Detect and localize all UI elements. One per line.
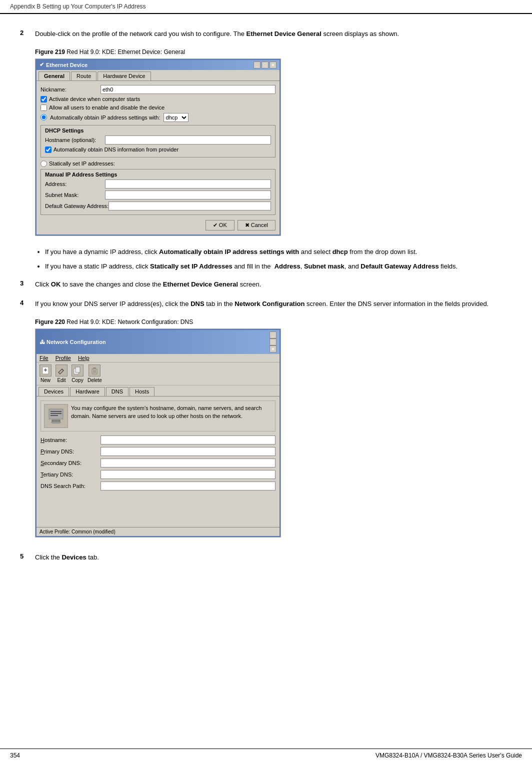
net-tab-hardware[interactable]: Hardware <box>70 387 105 396</box>
eth-activate-row: Activate device when computer starts <box>40 96 276 102</box>
net-menu-bar: File Profile Help <box>36 354 280 362</box>
net-tabs: Devices Hardware DNS Hosts <box>36 386 280 396</box>
eth-title-icon: ✔ <box>40 62 44 68</box>
net-search-input[interactable] <box>100 482 276 490</box>
eth-cancel-x-icon: ✖ <box>245 222 250 228</box>
network-config-window: 🖧 Network Configuration _ □ × File Profi… <box>36 329 280 537</box>
page-content: 2 Double-click on the profile of the net… <box>0 19 532 592</box>
eth-win-controls: _ □ × <box>254 62 276 68</box>
net-new-label: New <box>40 378 50 383</box>
eth-cancel-btn[interactable]: ✖ Cancel <box>238 220 276 230</box>
eth-address-label: Address: <box>45 181 105 187</box>
svg-rect-14 <box>50 413 62 414</box>
eth-tab-route[interactable]: Route <box>71 72 96 80</box>
net-body: You may configure the system's hostname,… <box>36 396 280 527</box>
eth-gateway-row: Default Gateway Address: <box>45 202 271 210</box>
step-4-number: 4 <box>20 299 35 310</box>
eth-auto-dns-row: Automatically obtain DNS information fro… <box>45 146 271 153</box>
eth-maximize-btn[interactable]: □ <box>262 62 268 68</box>
net-tab-hosts[interactable]: Hosts <box>130 387 154 396</box>
eth-minimize-btn[interactable]: _ <box>254 62 260 68</box>
eth-auto-obtain-row: Automatically obtain IP address settings… <box>40 113 276 122</box>
eth-close-btn[interactable]: × <box>270 62 276 68</box>
step-2-number: 2 <box>20 29 35 40</box>
net-menu-help[interactable]: Help <box>78 355 90 361</box>
net-tertiary-input[interactable] <box>100 470 276 479</box>
eth-ok-label: OK <box>219 222 227 228</box>
net-menu-file[interactable]: File <box>40 355 48 361</box>
eth-manual-title: Manual IP Address Settings <box>45 172 271 178</box>
eth-static-row: Statically set IP addresses: <box>40 160 276 167</box>
net-tertiary-label: Tertiary DNS: <box>40 472 100 478</box>
bullet-2: If you have a static IP address, click S… <box>45 262 512 272</box>
net-tab-devices[interactable]: Devices <box>38 387 69 396</box>
net-edit-icon <box>56 364 68 376</box>
step-2-bullets: If you have a dynamic IP address, click … <box>45 247 512 272</box>
net-toolbar: New Edit Copy <box>36 362 280 386</box>
net-delete-btn[interactable]: Delete <box>88 364 102 383</box>
eth-title-text: Ethernet Device <box>46 62 88 68</box>
net-titlebar: 🖧 Network Configuration _ □ × <box>36 330 280 354</box>
eth-subnet-input[interactable] <box>105 190 271 200</box>
eth-static-radio[interactable] <box>40 160 47 167</box>
net-search-label: DNS Search Path: <box>40 483 100 489</box>
net-delete-label: Delete <box>88 378 102 383</box>
net-hostname-label: Hostname: <box>40 437 100 443</box>
eth-allow-label: Allow all users to enable and disable th… <box>49 104 164 110</box>
header-text: Appendix B Setting up Your Computer's IP… <box>10 3 146 10</box>
eth-allow-row: Allow all users to enable and disable th… <box>40 104 276 111</box>
eth-tab-hardware[interactable]: Hardware Device <box>98 72 150 80</box>
bullet-1: If you have a dynamic IP address, click … <box>45 247 512 258</box>
step-5-text: Click the Devices tab. <box>35 552 512 563</box>
eth-activate-label: Activate device when computer starts <box>49 96 140 102</box>
eth-activate-checkbox[interactable] <box>40 96 47 102</box>
net-tab-dns[interactable]: DNS <box>106 387 128 396</box>
net-new-btn[interactable]: New <box>40 364 52 383</box>
svg-rect-13 <box>50 411 62 412</box>
figure-220-label: Figure 220 Red Hat 9.0: KDE: Network Con… <box>35 318 512 326</box>
eth-subnet-label: Subnet Mask: <box>45 192 105 198</box>
eth-gateway-label: Default Gateway Address: <box>45 203 108 209</box>
net-statusbar: Active Profile: Common (modified) <box>36 527 280 536</box>
figure-219-label: Figure 219 Red Hat 9.0: KDE: Ethernet De… <box>35 48 512 56</box>
eth-address-input[interactable] <box>105 180 271 188</box>
eth-dhcp-select[interactable]: dhcp <box>164 113 188 122</box>
net-secondary-input[interactable] <box>100 458 276 468</box>
net-minimize-btn[interactable]: _ <box>270 332 276 338</box>
page-footer: 354 VMG8324-B10A / VMG8324-B30A Series U… <box>0 748 532 762</box>
net-hostname-input[interactable] <box>100 436 276 444</box>
eth-tab-general[interactable]: General <box>38 72 70 80</box>
step-4: 4 If you know your DNS server IP address… <box>20 299 512 310</box>
net-primary-input[interactable] <box>100 447 276 456</box>
net-new-icon <box>40 364 52 376</box>
eth-gateway-input[interactable] <box>108 202 271 210</box>
eth-dhcp-group: DHCP Settings Hostname (optional): Autom… <box>40 125 276 158</box>
net-win-controls: _ □ × <box>270 332 276 352</box>
eth-auto-radio[interactable] <box>40 114 47 120</box>
net-tertiary-row: Tertiary DNS: <box>40 470 276 479</box>
net-maximize-btn[interactable]: □ <box>270 338 276 346</box>
eth-auto-label: Automatically obtain IP address settings… <box>50 114 160 120</box>
eth-dhcp-title: DHCP Settings <box>45 128 271 134</box>
step-5: 5 Click the Devices tab. <box>20 552 512 563</box>
net-edit-btn[interactable]: Edit <box>56 364 68 383</box>
eth-nickname-input[interactable] <box>100 85 276 94</box>
net-menu-profile[interactable]: Profile <box>56 355 71 361</box>
svg-line-3 <box>62 369 64 370</box>
eth-hostname-input[interactable] <box>105 136 271 144</box>
footer-guide-name: VMG8324-B10A / VMG8324-B30A Series User'… <box>376 752 522 759</box>
eth-allow-checkbox[interactable] <box>40 104 47 111</box>
eth-ok-btn[interactable]: ✔ OK <box>206 220 234 230</box>
eth-nickname-row: Nickname: <box>40 85 276 94</box>
net-copy-btn[interactable]: Copy <box>72 364 84 383</box>
net-edit-label: Edit <box>57 378 66 383</box>
eth-cancel-label: Cancel <box>251 222 268 228</box>
eth-static-label: Statically set IP addresses: <box>49 160 115 166</box>
net-close-btn[interactable]: × <box>270 346 276 352</box>
net-spacer <box>40 493 276 523</box>
eth-hostname-row: Hostname (optional): <box>45 136 271 144</box>
eth-auto-dns-checkbox[interactable] <box>45 146 52 153</box>
step-5-number: 5 <box>20 552 35 563</box>
net-hostname-row: Hostname: <box>40 436 276 444</box>
footer-page-number: 354 <box>10 752 20 759</box>
